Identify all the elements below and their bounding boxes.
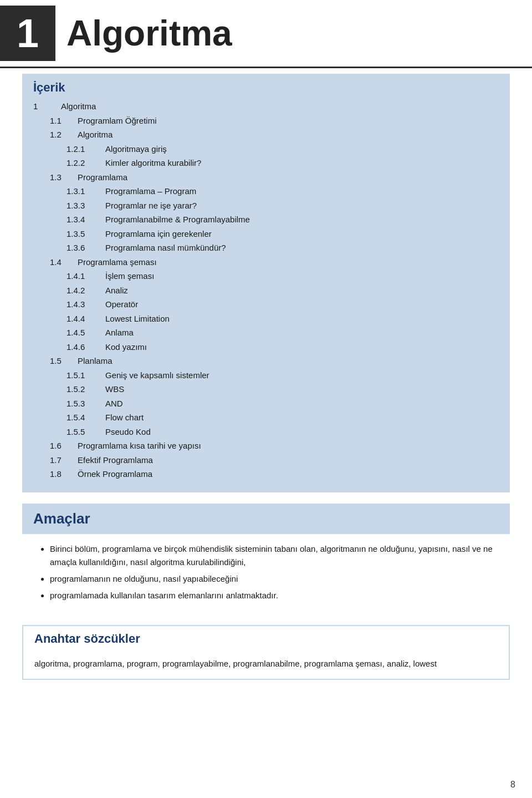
toc-item: 1.3.1Programlama – Program xyxy=(33,184,499,199)
toc-item: 1.5.4Flow chart xyxy=(33,410,499,425)
toc-item: 1.5.3AND xyxy=(33,397,499,411)
toc-item: 1.5.1Geniş ve kapsamlı sistemler xyxy=(33,368,499,383)
amaclar-box: Amaçlar Birinci bölüm, programlama ve bi… xyxy=(22,504,510,614)
amaclar-item: Birinci bölüm, programlama ve birçok müh… xyxy=(50,542,499,569)
amaclar-title: Amaçlar xyxy=(22,504,510,534)
toc-item: 1.3.6Programlama nasıl mümkündür? xyxy=(33,241,499,255)
toc-item: 1.4.2Analiz xyxy=(33,283,499,298)
toc-item: 1.7Efektif Programlama xyxy=(33,453,499,467)
chapter-title: Algoritma xyxy=(66,13,232,54)
toc-item: 1.5.5Pseudo Kod xyxy=(33,425,499,439)
toc-item: 1Algoritma xyxy=(33,99,499,114)
toc-item: 1.5Planlama xyxy=(33,354,499,368)
toc-item: 1.2.1Algoritmaya giriş xyxy=(33,142,499,156)
toc-list: 1Algoritma1.1Programlam Öğretimi1.2Algor… xyxy=(33,99,499,481)
toc-item: 1.3.5Programlama için gerekenler xyxy=(33,227,499,241)
toc-item: 1.3.3Programlar ne işe yarar? xyxy=(33,199,499,213)
header-divider xyxy=(0,67,532,68)
amaclar-item: programlamanın ne olduğunu, nasıl yapıab… xyxy=(50,572,499,586)
toc-item: 1.4.6Kod yazımı xyxy=(33,340,499,354)
chapter-number: 1 xyxy=(0,6,55,61)
amaclar-content: Birinci bölüm, programlama ve birçok müh… xyxy=(22,534,510,614)
toc-item: 1.4.1İşlem şeması xyxy=(33,269,499,283)
anahtar-box: Anahtar sözcükler algoritma, programlama… xyxy=(22,625,510,680)
amaclar-item: programlamada kullanılan tasarım elemanl… xyxy=(50,589,499,602)
toc-item: 1.4.5Anlama xyxy=(33,326,499,340)
page-container: 1 Algoritma İçerik 1Algoritma1.1Programl… xyxy=(0,0,532,798)
chapter-header: 1 Algoritma xyxy=(0,0,532,67)
toc-item: 1.3Programlama xyxy=(33,170,499,185)
toc-item: 1.8Örnek Programlama xyxy=(33,467,499,481)
toc-item: 1.1Programlam Öğretimi xyxy=(33,114,499,128)
anahtar-keywords: algoritma, programlama, program, program… xyxy=(34,659,437,668)
page-number: 8 xyxy=(510,780,515,790)
toc-item: 1.3.4Programlanabilme & Programlayabilme xyxy=(33,212,499,227)
icerik-box: İçerik 1Algoritma1.1Programlam Öğretimi1… xyxy=(22,74,510,492)
toc-item: 1.6Programlama kısa tarihi ve yapısı xyxy=(33,439,499,453)
toc-item: 1.2Algoritma xyxy=(33,128,499,142)
toc-item: 1.5.2WBS xyxy=(33,382,499,397)
content-area: İçerik 1Algoritma1.1Programlam Öğretimi1… xyxy=(0,74,532,680)
toc-item: 1.4.4Lowest Limitation xyxy=(33,312,499,326)
anahtar-title: Anahtar sözcükler xyxy=(23,626,509,652)
toc-item: 1.4Programlama şeması xyxy=(33,255,499,270)
icerik-title: İçerik xyxy=(33,80,499,95)
anahtar-content: algoritma, programlama, program, program… xyxy=(23,652,509,679)
amaclar-list: Birinci bölüm, programlama ve birçok müh… xyxy=(39,542,499,602)
toc-item: 1.2.2Kimler algoritma kurabilir? xyxy=(33,156,499,170)
toc-item: 1.4.3Operatör xyxy=(33,297,499,312)
